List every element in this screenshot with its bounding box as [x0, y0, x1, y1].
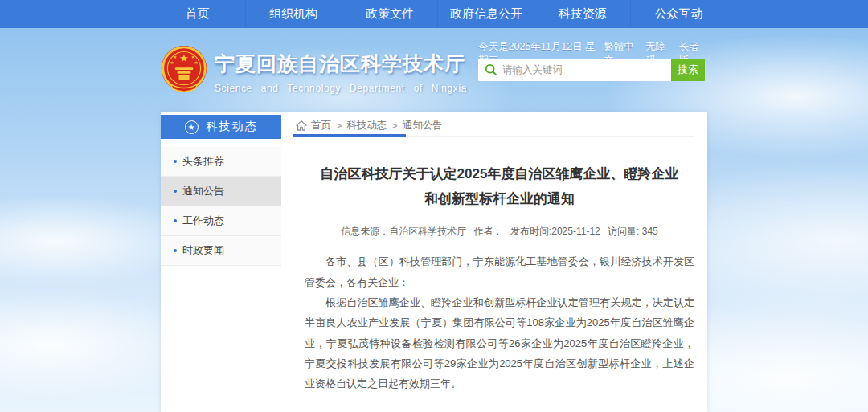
meta-source: 信息来源：自治区科学技术厅: [341, 226, 466, 237]
svg-text:★: ★: [179, 52, 189, 64]
sidebar-item-headlines[interactable]: 头条推荐: [161, 147, 281, 177]
meta-author: 作者：: [474, 226, 503, 237]
main-content-panel: ★ 科技动态 头条推荐 通知公告 工作动态 时政要闻: [161, 112, 707, 412]
sidebar-item-label: 工作动态: [182, 214, 224, 228]
nav-item-gov-info-disclosure[interactable]: 政府信息公开: [438, 0, 534, 28]
svg-text:★: ★: [170, 60, 174, 65]
nav-item-home[interactable]: 首页: [149, 0, 246, 28]
sidebar-item-label: 通知公告: [182, 184, 224, 198]
sidebar-item-label: 时政要闻: [182, 243, 224, 258]
search-input[interactable]: [478, 59, 671, 81]
article-title-line1: 自治区科技厅关于认定2025年度自治区雏鹰企业、瞪羚企业: [305, 162, 694, 187]
bullet-dot-icon: [174, 160, 177, 163]
sidebar-menu: 头条推荐 通知公告 工作动态 时政要闻: [161, 147, 281, 266]
nav-item-public-interaction[interactable]: 公众互动: [631, 0, 727, 28]
breadcrumb-notices[interactable]: 通知公告: [403, 119, 443, 133]
article-paragraph: 根据自治区雏鹰企业、瞪羚企业和创新型标杆企业认定管理有关规定，决定认定半亩良人农…: [305, 292, 694, 394]
top-navigation-items: 首页 组织机构 政策文件 政府信息公开 科技资源 公众互动: [149, 0, 727, 28]
site-masthead: 宁夏回族自治区科学技术厅 Science and Technology Depa…: [215, 51, 467, 94]
search-input-wrap: [478, 59, 671, 81]
site-title: 宁夏回族自治区科学技术厅: [215, 51, 467, 77]
article: 自治区科技厅关于认定2025年度自治区雏鹰企业、瞪羚企业 和创新型标杆企业的通知…: [305, 137, 694, 412]
sidebar-item-label: 头条推荐: [182, 154, 224, 169]
top-navigation-bar: 首页 组织机构 政策文件 政府信息公开 科技资源 公众互动: [0, 0, 868, 28]
sidebar-item-notices[interactable]: 通知公告: [161, 177, 281, 206]
nav-item-sci-tech-resources[interactable]: 科技资源: [534, 0, 631, 28]
article-paragraph: 各市、县（区）科技管理部门，宁东能源化工基地管委会，银川经济技术开发区管委会，各…: [305, 251, 694, 292]
sidebar-header: ★ 科技动态: [161, 115, 281, 139]
nav-item-policy-documents[interactable]: 政策文件: [342, 0, 439, 28]
bullet-dot-icon: [174, 219, 177, 222]
nav-item-organization[interactable]: 组织机构: [246, 0, 342, 28]
breadcrumb-separator: >: [336, 120, 342, 132]
article-title-line2: 和创新型标杆企业的通知: [305, 187, 694, 212]
search-button[interactable]: 搜索: [671, 59, 705, 81]
bullet-dot-icon: [174, 249, 177, 252]
national-emblem-logo: ★ ★ ★ ★ ★: [160, 45, 208, 95]
sidebar-title: 科技动态: [207, 120, 258, 134]
meta-views: 访问量: 345: [608, 226, 658, 237]
national-emblem-icon: ★ ★ ★ ★ ★: [160, 45, 208, 95]
header-right-area: 今天是2025年11月12日 星期三 繁體中文 无障碍 长者版 搜索: [478, 40, 705, 67]
sidebar-item-current-affairs[interactable]: 时政要闻: [161, 236, 281, 266]
home-icon: [296, 120, 307, 131]
breadcrumb-sci-tech-news[interactable]: 科技动态: [346, 119, 387, 133]
bullet-dot-icon: [174, 190, 177, 193]
star-circle-icon: ★: [185, 120, 199, 134]
sidebar-item-work-updates[interactable]: 工作动态: [161, 206, 281, 236]
svg-text:★: ★: [194, 60, 198, 65]
search-icon: [485, 63, 497, 76]
sidebar: ★ 科技动态 头条推荐 通知公告 工作动态 时政要闻: [161, 115, 281, 266]
breadcrumb: 首页 > 科技动态 > 通知公告: [296, 119, 443, 133]
article-meta: 信息来源：自治区科学技术厅 作者： 发布时间:2025-11-12 访问量: 3…: [305, 225, 694, 239]
article-content-area: 首页 > 科技动态 > 通知公告 自治区科技厅关于认定2025年度自治区雏鹰企业…: [293, 112, 707, 412]
svg-text:★: ★: [173, 55, 177, 59]
site-subtitle: Science and Technology Department of Nin…: [215, 83, 467, 94]
breadcrumb-separator: >: [391, 120, 397, 132]
meta-publish-time: 发布时间:2025-11-12: [510, 226, 600, 237]
search-bar: 搜索: [478, 59, 705, 81]
article-body: 各市、县（区）科技管理部门，宁东能源化工基地管委会，银川经济技术开发区管委会，各…: [305, 251, 694, 394]
article-title: 自治区科技厅关于认定2025年度自治区雏鹰企业、瞪羚企业 和创新型标杆企业的通知: [305, 162, 694, 211]
breadcrumb-home[interactable]: 首页: [311, 119, 331, 133]
svg-text:★: ★: [191, 55, 195, 59]
